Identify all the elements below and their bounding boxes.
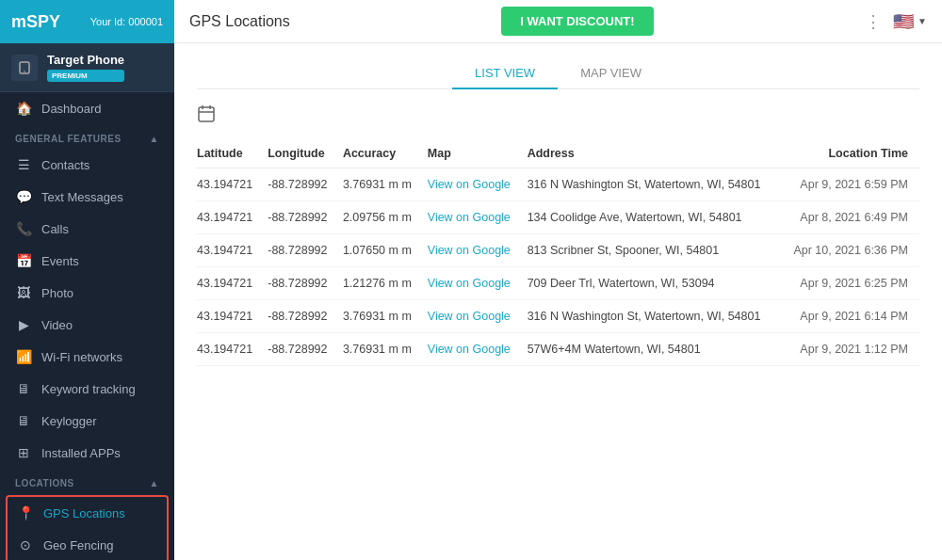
calendar-icon[interactable] — [197, 104, 919, 128]
keyword-tracking-icon: 🖥 — [15, 381, 32, 396]
longitude-cell: -88.728992 — [268, 168, 343, 201]
sidebar-item-text-messages[interactable]: 💬 Text Messages — [0, 181, 174, 213]
topbar: GPS Locations I WANT DISCOUNT! ⋮ 🇺🇸 ▼ — [174, 0, 942, 43]
photo-icon: 🖼 — [15, 285, 32, 300]
location-time-cell: Apr 9, 2021 6:59 PM — [787, 168, 919, 201]
latitude-cell: 43.194721 — [197, 333, 268, 366]
table-row: 43.194721-88.7289923.76931 m mView on Go… — [197, 333, 919, 366]
longitude-cell: -88.728992 — [268, 333, 343, 366]
longitude-cell: -88.728992 — [268, 300, 343, 333]
general-nav: ☰ Contacts 💬 Text Messages 📞 Calls 📅 Eve… — [0, 149, 174, 469]
sidebar-item-video[interactable]: ▶ Video — [0, 309, 174, 341]
target-phone-icon — [11, 55, 38, 81]
map-link-cell[interactable]: View on Google — [428, 234, 528, 267]
table-row: 43.194721-88.7289922.09756 m mView on Go… — [197, 201, 919, 234]
sidebar-item-label: Text Messages — [41, 190, 123, 204]
contacts-icon: ☰ — [15, 157, 32, 172]
tab-map-view[interactable]: MAP VIEW — [558, 58, 664, 89]
table-row: 43.194721-88.7289923.76931 m mView on Go… — [197, 300, 919, 333]
map-link-cell[interactable]: View on Google — [428, 333, 528, 366]
sidebar-item-keylogger[interactable]: 🖥 Keylogger — [0, 405, 174, 437]
text-messages-icon: 💬 — [15, 189, 32, 204]
address-cell: 709 Deer Trl, Watertown, WI, 53094 — [528, 267, 787, 300]
location-time-cell: Apr 10, 2021 6:36 PM — [787, 234, 919, 267]
location-time-cell: Apr 9, 2021 1:12 PM — [787, 333, 919, 366]
target-phone-label: Target Phone — [47, 53, 124, 67]
table-header: LatitudeLongitudeAccuracyMapAddressLocat… — [197, 139, 919, 168]
latitude-cell: 43.194721 — [197, 267, 268, 300]
sidebar-item-events[interactable]: 📅 Events — [0, 245, 174, 277]
sidebar-header: mSPY Your Id: 000001 — [0, 0, 174, 43]
sidebar-item-label: Calls — [41, 222, 69, 236]
tab-list-view[interactable]: LIST VIEW — [452, 58, 558, 89]
map-link-cell[interactable]: View on Google — [428, 201, 528, 234]
map-link-cell[interactable]: View on Google — [428, 267, 528, 300]
content-area: LIST VIEWMAP VIEW LatitudeLongitudeAccur… — [174, 43, 942, 560]
events-icon: 📅 — [15, 253, 32, 268]
sidebar-item-dashboard[interactable]: 🏠 Dashboard — [0, 92, 174, 124]
longitude-cell: -88.728992 — [268, 201, 343, 234]
installed-apps-icon: ⊞ — [15, 445, 32, 460]
sidebar-item-label: Keyword tracking — [41, 382, 136, 396]
more-options-icon[interactable]: ⋮ — [865, 11, 882, 32]
address-cell: 134 Coolidge Ave, Watertown, WI, 54801 — [528, 201, 787, 234]
sidebar-item-label: GPS Locations — [43, 506, 125, 520]
sidebar-item-label: Contacts — [41, 158, 89, 172]
map-link-cell[interactable]: View on Google — [428, 300, 528, 333]
sidebar-item-label: Events — [41, 254, 79, 268]
sidebar-item-installed-apps[interactable]: ⊞ Installed APPs — [0, 437, 174, 469]
sidebar-item-label: Video — [41, 318, 73, 332]
user-id: Your Id: 000001 — [90, 16, 163, 27]
gps-table: LatitudeLongitudeAccuracyMapAddressLocat… — [197, 139, 919, 366]
latitude-cell: 43.194721 — [197, 201, 268, 234]
table-body: 43.194721-88.7289923.76931 m mView on Go… — [197, 168, 919, 366]
latitude-cell: 43.194721 — [197, 300, 268, 333]
language-selector[interactable]: 🇺🇸 ▼ — [893, 11, 927, 32]
location-time-cell: Apr 9, 2021 6:25 PM — [787, 267, 919, 300]
col-header-location-time: Location Time — [787, 139, 919, 168]
sidebar-item-label: Wi-Fi networks — [41, 350, 122, 364]
page-title: GPS Locations — [189, 13, 290, 30]
video-icon: ▶ — [15, 317, 32, 332]
discount-button[interactable]: I WANT DISCOUNT! — [501, 7, 653, 36]
table-row: 43.194721-88.7289921.21276 m mView on Go… — [197, 267, 919, 300]
sidebar-item-keyword-tracking[interactable]: 🖥 Keyword tracking — [0, 373, 174, 405]
longitude-cell: -88.728992 — [268, 234, 343, 267]
flag-icon: 🇺🇸 — [893, 11, 914, 32]
map-link-cell[interactable]: View on Google — [428, 168, 528, 201]
accuracy-cell: 3.76931 m m — [343, 300, 428, 333]
latitude-cell: 43.194721 — [197, 168, 268, 201]
premium-badge: PREMIUM — [47, 70, 124, 82]
col-header-accuracy: Accuracy — [343, 139, 428, 168]
latitude-cell: 43.194721 — [197, 234, 268, 267]
sidebar-item-label: Photo — [41, 286, 73, 300]
sidebar-item-label: Dashboard — [41, 102, 102, 116]
address-cell: 813 Scribner St, Spooner, WI, 54801 — [528, 234, 787, 267]
home-icon: 🏠 — [15, 101, 32, 116]
col-header-longitude: Longitude — [268, 139, 343, 168]
target-phone-section[interactable]: Target Phone PREMIUM — [0, 43, 174, 92]
location-time-cell: Apr 8, 2021 6:49 PM — [787, 201, 919, 234]
sidebar-item-calls[interactable]: 📞 Calls — [0, 213, 174, 245]
sidebar-item-wifi[interactable]: 📶 Wi-Fi networks — [0, 341, 174, 373]
general-features-header: GENERAL FEATURES ▲ — [0, 124, 174, 149]
app-logo: mSPY — [11, 12, 60, 32]
sidebar-item-label: Keylogger — [41, 414, 97, 428]
accuracy-cell: 1.21276 m m — [343, 267, 428, 300]
address-cell: 316 N Washington St, Watertown, WI, 5480… — [528, 300, 787, 333]
geo-fencing-icon: ⊙ — [17, 537, 34, 552]
svg-point-1 — [24, 71, 25, 72]
topbar-center: I WANT DISCOUNT! — [501, 7, 653, 36]
wifi-icon: 📶 — [15, 349, 32, 364]
locations-header: LOCATIONS ▲ — [0, 469, 174, 493]
sidebar-item-contacts[interactable]: ☰ Contacts — [0, 149, 174, 181]
accuracy-cell: 3.76931 m m — [343, 333, 428, 366]
sidebar-item-photo[interactable]: 🖼 Photo — [0, 277, 174, 309]
accuracy-cell: 2.09756 m m — [343, 201, 428, 234]
sidebar-item-gps-locations[interactable]: 📍 GPS Locations — [8, 497, 167, 529]
table-row: 43.194721-88.7289921.07650 m mView on Go… — [197, 234, 919, 267]
table-row: 43.194721-88.7289923.76931 m mView on Go… — [197, 168, 919, 201]
col-header-address: Address — [528, 139, 787, 168]
sidebar-item-geo-fencing[interactable]: ⊙ Geo Fencing — [8, 529, 167, 560]
col-header-map: Map — [428, 139, 528, 168]
